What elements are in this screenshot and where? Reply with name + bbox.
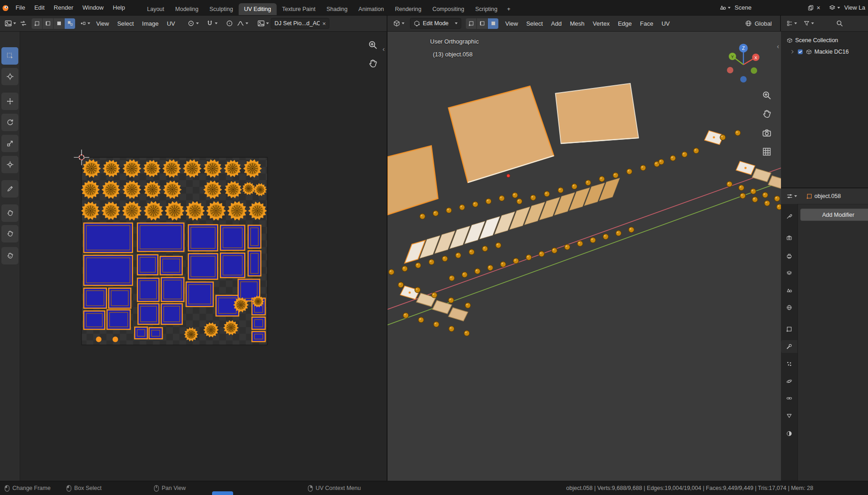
uv-pivot-dropdown[interactable] bbox=[186, 20, 201, 27]
outliner-display-mode-dropdown[interactable] bbox=[785, 20, 799, 27]
pan-hand-icon[interactable] bbox=[762, 109, 772, 119]
workspace-tab-shading[interactable]: Shading bbox=[321, 3, 353, 15]
workspace-tab-sculpting[interactable]: Sculpting bbox=[204, 3, 238, 15]
unlink-image-button[interactable]: × bbox=[322, 20, 326, 27]
tab-view-layer[interactable] bbox=[781, 267, 797, 280]
uv-editor-canvas[interactable]: ‹ bbox=[20, 32, 388, 481]
gizmo-z-neg-axis[interactable] bbox=[740, 76, 747, 82]
region-collapse-arrow[interactable]: ‹ bbox=[777, 43, 779, 50]
add-workspace-button[interactable]: + bbox=[503, 3, 514, 15]
tool-cursor[interactable] bbox=[1, 68, 18, 85]
tool-relax-brush[interactable] bbox=[1, 225, 18, 242]
uv-editor-type-button[interactable] bbox=[3, 20, 18, 27]
uv-menu-select[interactable]: Select bbox=[113, 20, 138, 27]
tool-pinch-brush[interactable] bbox=[1, 247, 18, 264]
uv-falloff-dropdown[interactable] bbox=[235, 20, 250, 27]
app-menu-button[interactable] bbox=[0, 4, 11, 11]
view-layer-browse-button[interactable] bbox=[827, 4, 841, 11]
zoom-icon[interactable] bbox=[762, 90, 772, 100]
gizmo-x-neg-axis[interactable] bbox=[727, 67, 733, 73]
uv-image-browse-button[interactable] bbox=[256, 20, 271, 27]
vp-menu-select[interactable]: Select bbox=[522, 20, 547, 27]
select-mode-face-button[interactable] bbox=[488, 18, 498, 29]
mode-dropdown[interactable]: Edit Mode bbox=[410, 18, 461, 29]
zoom-icon[interactable] bbox=[368, 40, 378, 50]
scene-name-field[interactable]: Scene bbox=[735, 4, 803, 11]
tool-grab-brush[interactable] bbox=[1, 204, 18, 222]
workspace-tab-rendering[interactable]: Rendering bbox=[389, 3, 427, 15]
tab-physics[interactable] bbox=[781, 375, 797, 388]
uv-menu-view[interactable]: View bbox=[92, 20, 113, 27]
camera-view-icon[interactable] bbox=[762, 128, 772, 138]
uv-select-edge-button[interactable] bbox=[43, 18, 54, 29]
workspace-tab-animation[interactable]: Animation bbox=[353, 3, 390, 15]
scene-browse-button[interactable] bbox=[718, 4, 732, 11]
tab-object-data[interactable] bbox=[781, 409, 797, 422]
tab-scene[interactable] bbox=[781, 284, 797, 297]
tab-object[interactable] bbox=[781, 323, 797, 336]
vp-menu-mesh[interactable]: Mesh bbox=[566, 20, 589, 27]
tab-world[interactable] bbox=[781, 301, 797, 314]
view-layer-name-field[interactable]: View La bbox=[844, 4, 865, 11]
outliner-row-scene-collection[interactable]: Scene Collection bbox=[781, 34, 868, 46]
grid-view-icon[interactable] bbox=[762, 147, 772, 157]
properties-editor-type-button[interactable] bbox=[785, 193, 799, 199]
uv-select-island-button[interactable] bbox=[65, 18, 75, 29]
tool-select-box[interactable] bbox=[1, 47, 18, 65]
tab-tool[interactable] bbox=[781, 210, 797, 223]
vp-menu-view[interactable]: View bbox=[501, 20, 522, 27]
uv-sticky-select-dropdown[interactable] bbox=[78, 20, 92, 27]
visibility-checkbox[interactable] bbox=[797, 49, 803, 55]
menu-file[interactable]: File bbox=[11, 0, 30, 15]
region-collapse-arrow[interactable]: ‹ bbox=[382, 45, 385, 52]
workspace-tab-modeling[interactable]: Modeling bbox=[170, 3, 204, 15]
select-mode-vertex-button[interactable] bbox=[466, 18, 477, 29]
workspace-tab-layout[interactable]: Layout bbox=[142, 3, 170, 15]
tool-rotate[interactable] bbox=[1, 114, 18, 131]
uv-image-name-field[interactable]: DJ Set Pio...d_AC × bbox=[271, 18, 329, 29]
uv-snapping-toggle[interactable] bbox=[204, 20, 219, 27]
uv-menu-uv[interactable]: UV bbox=[163, 20, 179, 27]
select-mode-edge-button[interactable] bbox=[477, 18, 488, 29]
tab-material[interactable] bbox=[781, 427, 797, 440]
menu-render[interactable]: Render bbox=[49, 0, 78, 15]
tab-constraints[interactable] bbox=[781, 392, 797, 405]
workspace-tab-texture-paint[interactable]: Texture Paint bbox=[277, 3, 321, 15]
uv-select-face-button[interactable] bbox=[54, 18, 65, 29]
uv-select-vertex-button[interactable] bbox=[32, 18, 43, 29]
tool-scale[interactable] bbox=[1, 135, 18, 152]
outliner-filter-dropdown[interactable] bbox=[802, 20, 816, 27]
vp-menu-face[interactable]: Face bbox=[636, 20, 657, 27]
workspace-tab-compositing[interactable]: Compositing bbox=[427, 3, 469, 15]
menu-edit[interactable]: Edit bbox=[30, 0, 49, 15]
workspace-tab-uv-editing[interactable]: UV Editing bbox=[239, 3, 277, 15]
tab-modifiers[interactable] bbox=[781, 340, 797, 353]
unlink-scene-button[interactable]: × bbox=[815, 4, 822, 11]
viewport-editor-type-button[interactable] bbox=[391, 20, 406, 27]
gizmo-y-neg-axis[interactable] bbox=[751, 67, 757, 74]
outliner-search-button[interactable] bbox=[834, 20, 845, 27]
vp-menu-uv[interactable]: UV bbox=[657, 20, 674, 27]
tab-output[interactable] bbox=[781, 250, 797, 263]
uv-sync-selection-toggle[interactable] bbox=[18, 20, 29, 27]
menu-window[interactable]: Window bbox=[78, 0, 108, 15]
uv-proportional-edit-toggle[interactable] bbox=[224, 20, 235, 27]
menu-help[interactable]: Help bbox=[108, 0, 130, 15]
uv-menu-image[interactable]: Image bbox=[138, 20, 163, 27]
expand-chevron-icon[interactable] bbox=[790, 50, 795, 54]
viewport-canvas[interactable]: User Orthographic (13) object.058 Z Y X … bbox=[388, 32, 781, 481]
vp-menu-vertex[interactable]: Vertex bbox=[589, 20, 614, 27]
vp-menu-edge[interactable]: Edge bbox=[614, 20, 636, 27]
transform-orientation-dropdown[interactable]: Global bbox=[743, 20, 774, 27]
tool-move[interactable] bbox=[1, 93, 18, 110]
workspace-tab-scripting[interactable]: Scripting bbox=[469, 3, 503, 15]
tool-annotate[interactable] bbox=[1, 180, 18, 198]
outliner-row-object[interactable]: Mackie DC16 bbox=[781, 46, 868, 57]
add-modifier-button[interactable]: Add Modifier bbox=[800, 209, 868, 221]
tab-particles[interactable] bbox=[781, 358, 797, 370]
navigation-gizmo[interactable]: Z Y X bbox=[723, 41, 764, 85]
new-scene-button[interactable] bbox=[806, 5, 815, 11]
vp-menu-add[interactable]: Add bbox=[547, 20, 566, 27]
pan-hand-icon[interactable] bbox=[368, 59, 378, 69]
tab-render[interactable] bbox=[781, 231, 797, 244]
